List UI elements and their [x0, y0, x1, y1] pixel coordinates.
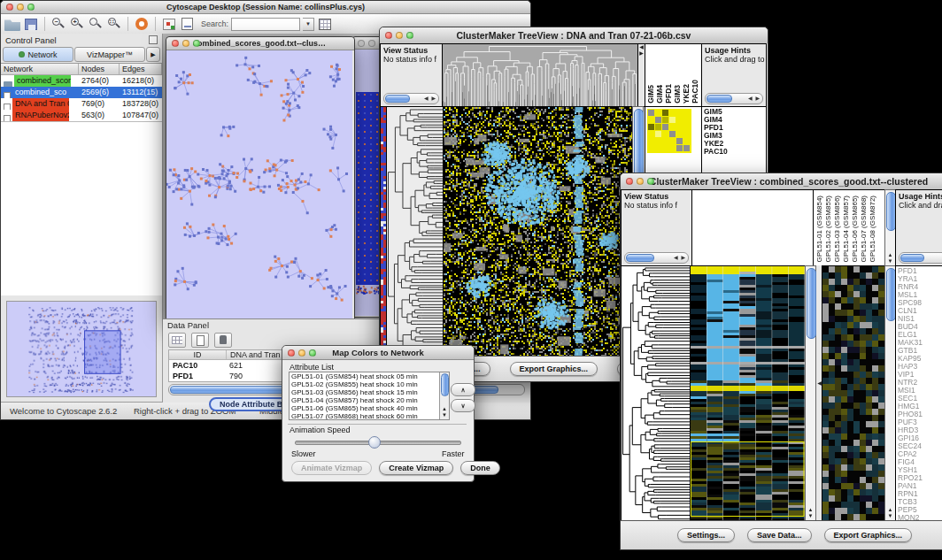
tab-network[interactable]: Network: [3, 47, 73, 62]
attribute-item[interactable]: GPL51-07 (GSM868) heat shock 60 min: [291, 412, 449, 420]
zoom-out-icon[interactable]: −: [50, 17, 66, 31]
row-dendrogram-canvas[interactable]: [622, 266, 690, 520]
export-graphics-button[interactable]: Export Graphics...: [824, 528, 913, 542]
scrollbar-thumb[interactable]: [706, 95, 732, 103]
minimize-icon[interactable]: [637, 178, 644, 185]
view-status-hscrollbar[interactable]: ◀ ▶: [383, 93, 439, 104]
scrollbar-thumb[interactable]: [807, 268, 816, 339]
move-up-button[interactable]: ∧: [451, 383, 475, 396]
heatmap-panel[interactable]: [443, 106, 633, 357]
network-table-row[interactable]: combined_scores 2764(0) 16218(0): [1, 75, 162, 87]
column-dendrogram-panel[interactable]: [442, 43, 638, 107]
settings-button[interactable]: Settings...: [677, 528, 735, 542]
save-session-icon[interactable]: [25, 19, 37, 30]
column-dendrogram-panel[interactable]: [691, 189, 814, 266]
selected-cluster-heatmap[interactable]: [647, 109, 691, 153]
animate-vizmap-button[interactable]: Animate Vizmap: [291, 461, 372, 475]
network-canvas[interactable]: [166, 50, 352, 318]
minimize-icon[interactable]: [396, 32, 403, 39]
scrollbar-arrows-icon[interactable]: ◀ ▶: [424, 95, 436, 101]
scrollbar-thumb[interactable]: [441, 373, 449, 396]
network-table-row[interactable]: DNA and Tran 07 769(0) 183728(0): [1, 98, 162, 110]
search-index-icon[interactable]: [319, 19, 331, 30]
move-down-button[interactable]: ∨: [451, 399, 475, 412]
attribute-item[interactable]: GPL51-01 (GSM854) heat shock 05 min: [291, 372, 449, 380]
network-table-row[interactable]: RNAPuberNov2+! 563(0) 107847(0): [1, 110, 162, 121]
create-vizmap-button[interactable]: Create Vizmap: [379, 461, 453, 475]
window-controls[interactable]: [6, 4, 35, 11]
row-dendrogram-panel[interactable]: [621, 265, 691, 521]
heatmap-vscrollbar[interactable]: ▲▼: [805, 265, 816, 521]
scrollbar-arrows-icon[interactable]: ▲▼: [806, 507, 815, 519]
scrollbar-thumb[interactable]: [385, 95, 410, 103]
close-icon[interactable]: [626, 178, 633, 185]
zoom-fit-icon[interactable]: [88, 17, 104, 31]
scrollbar-arrows-icon[interactable]: ◀ ▶: [748, 95, 761, 101]
new-attribute-icon[interactable]: [191, 333, 209, 348]
heatmap-canvas[interactable]: [691, 266, 805, 520]
column-dendrogram-canvas[interactable]: [443, 44, 637, 106]
attribute-item[interactable]: GPL51-03 (GSM856) heat shock 15 min: [291, 388, 449, 396]
float-panel-icon[interactable]: [149, 35, 158, 44]
slider-thumb[interactable]: [368, 436, 381, 449]
scrollbar-thumb[interactable]: [626, 254, 654, 262]
attribute-item[interactable]: GPL51-02 (GSM855) heat shock 10 min: [291, 380, 449, 388]
zoom-window-icon[interactable]: [193, 40, 200, 47]
zoom-window-icon[interactable]: [406, 32, 413, 39]
heatmap-canvas[interactable]: [444, 107, 632, 356]
row-dendrogram-canvas[interactable]: [387, 107, 443, 356]
zoom-window-icon[interactable]: [27, 4, 35, 11]
zoom-window-icon[interactable]: [647, 178, 654, 185]
dialog-titlebar[interactable]: Map Colors to Network: [282, 346, 474, 360]
network-table-row[interactable]: combined_sco 2569(6) 13112(15): [1, 87, 162, 98]
network-overview-thumbnail[interactable]: [6, 301, 157, 397]
close-icon[interactable]: [172, 40, 179, 47]
zoom-in-icon[interactable]: +: [69, 17, 85, 31]
attribute-select-icon[interactable]: [168, 333, 186, 348]
selected-cluster-heatmap[interactable]: [822, 266, 884, 520]
treeview1-titlebar[interactable]: ClusterMaker TreeView : DNA and Tran 07-…: [380, 27, 768, 44]
annotation-icon[interactable]: [181, 18, 193, 30]
tab-overflow-icon[interactable]: ▶: [146, 47, 160, 62]
usage-hints-hscrollbar[interactable]: [899, 252, 942, 264]
scrollbar-arrows-icon[interactable]: ▲▼: [885, 507, 895, 519]
minimize-icon[interactable]: [298, 349, 305, 357]
attribute-listbox[interactable]: GPL51-01 (GSM854) heat shock 05 minGPL51…: [289, 372, 450, 420]
zoom-selected-icon[interactable]: ∷: [106, 17, 122, 31]
heatmap-panel[interactable]: [690, 265, 806, 521]
scrollbar-arrows-icon[interactable]: ▲▼: [885, 252, 895, 265]
usage-hints-hscrollbar[interactable]: ◀ ▶: [705, 93, 763, 104]
attribute-item[interactable]: GPL51-06 (GSM865) heat shock 40 min: [291, 404, 449, 412]
search-dropdown-icon[interactable]: ▼: [303, 18, 314, 31]
export-graphics-button[interactable]: Export Graphics...: [510, 362, 598, 376]
gene-name[interactable]: PAC10: [704, 148, 764, 156]
close-icon[interactable]: [358, 40, 365, 47]
row-dendrogram-panel[interactable]: [386, 106, 444, 357]
minimize-icon[interactable]: [182, 40, 189, 47]
selected-cluster-heatmap-panel[interactable]: [822, 265, 885, 521]
help-lifering-icon[interactable]: [135, 18, 148, 30]
search-input[interactable]: [231, 18, 300, 31]
delete-attribute-icon[interactable]: [214, 333, 232, 348]
listbox-vscrollbar[interactable]: ▲▼: [439, 372, 449, 419]
treeview2-titlebar[interactable]: ClusterMaker TreeView : combined_scores_…: [621, 173, 942, 190]
view-status-hscrollbar[interactable]: ◀ ▶: [624, 252, 689, 264]
minimize-icon[interactable]: [368, 40, 375, 47]
save-data-button[interactable]: Save Data...: [747, 528, 812, 542]
done-button[interactable]: Done: [460, 461, 500, 475]
cytoscape-titlebar[interactable]: Cytoscape Desktop (Session Name: collins…: [1, 1, 530, 14]
close-icon[interactable]: [288, 349, 295, 357]
tab-vizmapper[interactable]: VizMapper™: [74, 47, 145, 62]
minimize-icon[interactable]: [17, 4, 24, 11]
scrollbar-arrows-icon[interactable]: ◀ ▶: [674, 254, 686, 260]
column-label: GPL51-06 (GSM865): [851, 196, 859, 263]
zoom-window-icon[interactable]: [309, 349, 316, 357]
vizmapper-icon[interactable]: [163, 19, 175, 30]
close-icon[interactable]: [6, 4, 13, 11]
attribute-item[interactable]: GPL51-04 (GSM857) heat shock 20 min: [291, 396, 449, 404]
scrollbar-arrows-icon[interactable]: ▲▼: [440, 406, 449, 418]
open-session-icon[interactable]: [4, 17, 20, 31]
scrollbar-thumb[interactable]: [900, 254, 924, 262]
network-view-window[interactable]: combined_scores_good.txt--cluste...: [166, 36, 355, 320]
close-icon[interactable]: [385, 32, 392, 39]
